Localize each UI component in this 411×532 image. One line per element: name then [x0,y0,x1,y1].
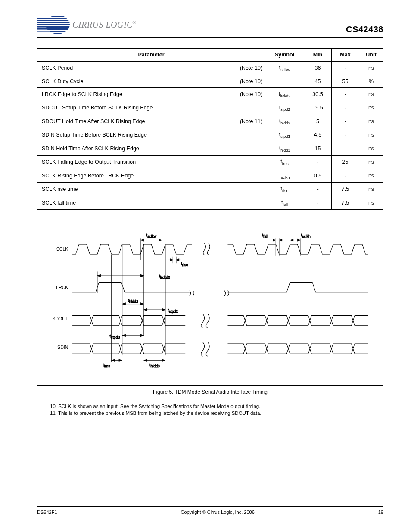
lrck-wave: LRCK [56,282,368,296]
cell-symbol: tsclkh [265,169,304,183]
timing-figure: SCLK tsclkw [37,222,383,386]
svg-marker-55 [122,303,126,305]
cell-parameter: SCLK rise time [37,183,265,196]
dim-thldd2: thldd2 tstpd2 [122,298,178,314]
cell-parameter: SDIN Setup Time Before SCLK Rising Edge [37,128,265,142]
brand-text: CIRRUS LOGIC® [72,20,136,30]
cell-symbol: trise [265,183,304,196]
svg-text:SDOUT: SDOUT [52,316,68,321]
cell-max: - [332,101,359,115]
cell-unit: % [359,75,383,87]
table-row: SDIN Setup Time Before SCLK Rising Edget… [37,128,383,142]
table-row: LRCK Edge to SCLK Rising Edge (Note 10)t… [37,87,383,101]
sdin-wave: SDIN [57,342,368,356]
cell-parameter: SCLK Falling Edge to Output Transition [37,156,265,169]
cell-unit: ns [359,156,383,169]
svg-marker-69 [162,359,165,362]
svg-text:tlrckd2: tlrckd2 [159,274,170,280]
cell-min: 15 [304,142,332,156]
dim-trise: trise [169,257,188,267]
svg-marker-73 [112,359,115,362]
cell-min: 19.5 [304,101,332,115]
col-max: Max [332,49,359,62]
svg-marker-65 [140,334,144,337]
svg-text:tstpd3: tstpd3 [109,333,120,339]
cell-symbol [265,75,304,87]
cell-parameter: SDOUT Setup Time Before SCLK Rising Edge [37,101,265,115]
svg-text:LRCK: LRCK [56,285,68,290]
cell-min: 0.5 [304,169,332,183]
notes-block: 10. SCLK is shown as an input. See the S… [37,404,383,416]
cell-min: 45 [304,75,332,87]
cell-parameter: SCLK Rising Edge Before LRCK Edge [37,169,265,183]
cell-max: 55 [332,75,359,87]
page-header: CIRRUS LOGIC® CS42438 [37,15,383,38]
cell-symbol: tstpd2 [265,101,304,115]
svg-rect-1 [37,16,70,17]
cell-min: - [304,196,332,210]
dim-tlrckd2: tlrckd2 [97,245,170,335]
svg-rect-11 [37,20,51,21]
svg-marker-22 [159,239,162,241]
footer-copyright: Copyright © Cirrus Logic, Inc. 2006 [57,510,378,515]
svg-marker-72 [119,359,122,362]
cell-min: 30.5 [304,87,332,101]
svg-rect-9 [37,33,70,34]
svg-text:ttrns: ttrns [103,362,111,368]
col-symbol: Symbol [265,49,304,62]
svg-marker-60 [162,308,165,311]
col-unit: Unit [359,49,383,62]
page-footer: DS642F1 Copyright © Cirrus Logic, Inc. 2… [37,506,383,515]
cell-parameter: SDOUT Hold Time After SCLK Rising Edge (… [37,115,265,128]
svg-marker-64 [122,334,126,337]
cell-min: - [304,183,332,196]
spec-table: Parameter Symbol Min Max Unit SCLK Perio… [37,48,383,210]
svg-marker-29 [176,259,179,261]
dim-thldd3: thldd3 ttrns [103,255,165,368]
cell-max: 7.5 [332,196,359,210]
part-number: CS42438 [346,25,383,34]
cell-unit: ns [359,183,383,196]
cell-unit: ns [359,142,383,156]
cell-unit: ns [359,196,383,210]
cell-symbol: tstpd3 [265,128,304,142]
cell-symbol: thldd3 [265,142,304,156]
note-10: 10. SCLK is shown as an input. See the S… [50,404,383,409]
footer-docnum: DS642F1 [37,510,57,515]
svg-text:thldd2: thldd2 [128,298,138,304]
svg-text:SCLK: SCLK [56,246,68,252]
cell-min: 36 [304,61,332,75]
cell-min: 4.5 [304,128,332,142]
svg-marker-59 [144,308,147,311]
table-row: SCLK Period (Note 10)tsclkw36-ns [37,61,383,75]
svg-text:trise: trise [181,261,188,267]
table-row: SCLK rise timetrise-7.5ns [37,183,383,196]
svg-text:tsclkw: tsclkw [146,233,157,239]
dim-tstpd3: tstpd3 [109,333,143,339]
timing-diagram-svg: SCLK tsclkw [44,231,377,368]
svg-marker-56 [140,303,144,305]
cell-unit: ns [359,87,383,101]
svg-rect-14 [37,26,52,28]
cell-unit: ns [359,115,383,128]
footer-pagenum: 19 [378,510,383,515]
cell-max: 25 [332,156,359,169]
cell-max: - [332,128,359,142]
cell-max: - [332,61,359,75]
cell-unit: ns [359,128,383,142]
cell-max: - [332,169,359,183]
svg-rect-10 [37,18,50,19]
note-11: 11. This is to prevent the previous MSB … [50,411,383,416]
cell-parameter: SCLK Period (Note 10) [37,61,265,75]
svg-text:SDIN: SDIN [57,345,68,350]
svg-rect-12 [37,22,52,23]
cell-parameter: SCLK fall time [37,196,265,210]
svg-rect-15 [37,28,51,30]
cell-symbol: tfall [265,196,304,210]
svg-marker-49 [140,274,144,277]
sdout-wave: SDOUT [52,314,368,328]
svg-rect-16 [37,31,50,32]
svg-text:tsclkh: tsclkh [301,233,311,239]
table-header-row: Parameter Symbol Min Max Unit [37,49,383,62]
cell-min: 5 [304,115,332,128]
